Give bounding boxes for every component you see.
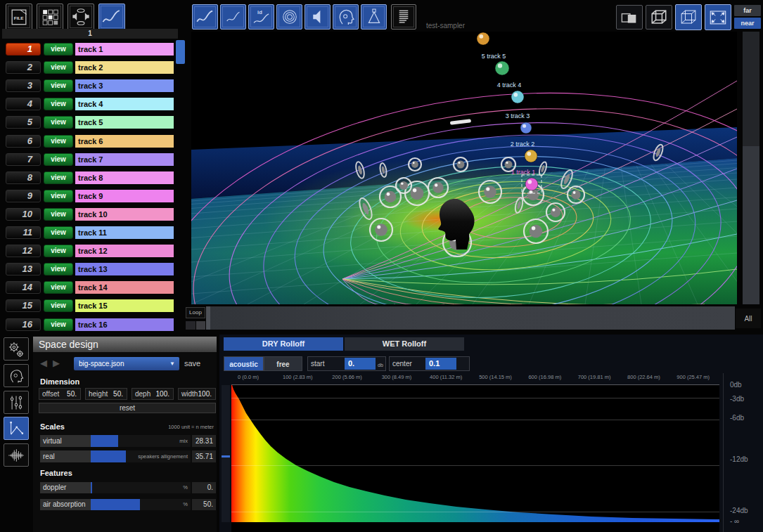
view-button[interactable]: view — [44, 245, 73, 257]
tab-wet-rolloff[interactable]: WET Rolloff — [345, 337, 464, 351]
file-button[interactable]: FILE — [6, 4, 32, 30]
preset-prev-button[interactable]: ◀ — [40, 358, 47, 369]
timeline-mini-cell-1[interactable] — [186, 321, 195, 330]
list-tool-button[interactable] — [391, 4, 416, 30]
real-scale-slider[interactable]: speakers allignement — [91, 450, 191, 462]
track-number[interactable]: 1 — [6, 43, 41, 56]
width-field[interactable]: width 100. — [178, 388, 216, 400]
view-button[interactable]: view — [44, 135, 73, 148]
rolloff-plot[interactable] — [231, 385, 719, 522]
track-name[interactable]: track 7 — [75, 153, 174, 166]
view-button[interactable]: view — [44, 263, 73, 275]
cube-view-button[interactable] — [646, 5, 672, 30]
rolloff-left-strip[interactable] — [222, 385, 230, 522]
zoom-cube-view-button[interactable] — [705, 4, 731, 30]
depth-scrollbar[interactable] — [743, 32, 759, 304]
far-button[interactable]: far — [734, 5, 761, 16]
air-absorption-value[interactable]: 50. — [192, 499, 216, 510]
timeline-bar[interactable] — [206, 306, 735, 330]
trajectory-view-button[interactable] — [98, 4, 125, 30]
mixer-tool-button[interactable] — [4, 391, 29, 414]
track-number[interactable]: 8 — [6, 171, 41, 184]
listener-tool-button[interactable] — [333, 4, 359, 30]
depth-field[interactable]: deph 100. — [132, 388, 174, 400]
track-number[interactable]: 11 — [6, 226, 41, 239]
track-number[interactable]: 14 — [6, 281, 41, 294]
mini-trajectory-tool-button[interactable] — [220, 4, 246, 30]
track-source[interactable] — [511, 91, 524, 103]
track-number[interactable]: 13 — [6, 263, 41, 275]
timeline-mini-cell-2[interactable] — [196, 321, 205, 330]
free-mode-button[interactable]: free — [264, 356, 302, 371]
track-source[interactable] — [477, 32, 489, 45]
view-button[interactable]: view — [44, 226, 73, 239]
binaural-tool-button[interactable] — [4, 364, 29, 387]
track-name[interactable]: track 3 — [75, 79, 174, 92]
track-number[interactable]: 9 — [6, 190, 41, 202]
view-button[interactable]: view — [44, 281, 73, 294]
acoustic-mode-button[interactable]: acoustic — [224, 356, 264, 371]
center-input[interactable]: 0.1 — [425, 358, 456, 370]
dual-cube-view-button[interactable] — [616, 5, 643, 30]
track-number[interactable]: 4 — [6, 98, 41, 110]
id-trajectory-tool-button[interactable]: id — [248, 4, 274, 30]
rolloff-tool-button[interactable] — [4, 417, 29, 440]
reset-button[interactable]: reset — [39, 403, 216, 413]
track-number[interactable]: 12 — [6, 245, 41, 257]
track-name[interactable]: track 10 — [75, 208, 174, 221]
near-button[interactable]: near — [734, 18, 761, 29]
rolloff-left-indicator[interactable] — [222, 455, 230, 458]
view-button[interactable]: view — [44, 98, 73, 110]
track-name[interactable]: track 9 — [75, 190, 174, 202]
view-button[interactable]: view — [44, 61, 73, 74]
track-source[interactable] — [495, 61, 509, 75]
space-3d-viewport[interactable]: 5 track 54 track 43 track 32 track 21 tr… — [191, 32, 737, 304]
view-button[interactable]: view — [44, 79, 73, 92]
track-number[interactable]: 7 — [6, 153, 41, 166]
track-name[interactable]: track 15 — [75, 299, 174, 312]
view-button[interactable]: view — [44, 116, 73, 129]
circles-tool-button[interactable] — [276, 4, 302, 30]
view-button[interactable]: view — [44, 43, 73, 56]
track-number[interactable]: 16 — [6, 318, 41, 331]
all-button[interactable]: All — [736, 309, 761, 328]
track-name[interactable]: track 12 — [75, 245, 174, 257]
track-name[interactable]: track 2 — [75, 61, 174, 74]
view-button[interactable]: view — [44, 208, 73, 221]
loop-button[interactable]: Loop — [186, 307, 205, 318]
track-name[interactable]: track 16 — [75, 318, 174, 331]
track-number[interactable]: 6 — [6, 135, 41, 148]
track-source[interactable] — [520, 122, 532, 134]
track-name[interactable]: track 11 — [75, 226, 174, 239]
track-number[interactable]: 15 — [6, 299, 41, 312]
wire-cube-view-button[interactable] — [675, 4, 702, 30]
track-name[interactable]: track 8 — [75, 171, 174, 184]
trajectory-tool-button[interactable] — [192, 4, 218, 30]
start-input[interactable]: 0. — [345, 358, 376, 370]
offset-field[interactable]: offset 50. — [39, 388, 81, 400]
track-source[interactable] — [525, 150, 537, 162]
track-name[interactable]: track 14 — [75, 281, 174, 294]
track-name[interactable]: track 13 — [75, 263, 174, 275]
height-field[interactable]: height 50. — [85, 388, 127, 400]
track-number[interactable]: 3 — [6, 79, 41, 92]
track-number[interactable]: 5 — [6, 116, 41, 129]
view-button[interactable]: view — [44, 171, 73, 184]
preset-next-button[interactable]: ▶ — [53, 358, 60, 369]
track-name[interactable]: track 1 — [75, 43, 174, 56]
view-button[interactable]: view — [44, 299, 73, 312]
view-button[interactable]: view — [44, 318, 73, 331]
cone-tool-button[interactable] — [361, 4, 387, 30]
waveform-tool-button[interactable] — [4, 443, 29, 467]
air-absorption-slider[interactable]: % — [91, 499, 191, 510]
view-button[interactable]: view — [44, 190, 73, 202]
track-name[interactable]: track 4 — [75, 98, 174, 110]
preset-dropdown[interactable]: big-space.json ▼ — [74, 357, 179, 370]
virtual-scale-value[interactable]: 28.31 — [192, 435, 216, 447]
depth-scrollbar-thumb[interactable] — [743, 146, 759, 304]
matrix-view-button[interactable] — [37, 4, 63, 30]
tab-dry-rolloff[interactable]: DRY Rolloff — [224, 337, 343, 351]
track-list-scrollbar[interactable] — [176, 40, 185, 64]
settings-tool-button[interactable] — [4, 337, 29, 361]
surround-view-button[interactable] — [68, 4, 94, 30]
